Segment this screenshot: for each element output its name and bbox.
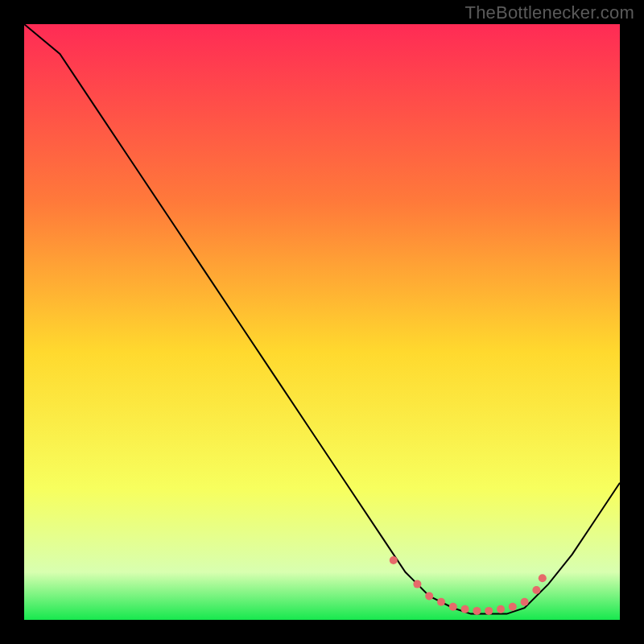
marker-dot: [539, 574, 547, 582]
marker-dot: [532, 586, 540, 594]
marker-dot: [473, 607, 481, 615]
chart-svg: [24, 24, 620, 620]
marker-dot: [390, 556, 398, 564]
marker-dot: [413, 580, 421, 588]
marker-dot: [521, 598, 529, 606]
marker-dot: [449, 603, 457, 611]
marker-dot: [509, 603, 517, 611]
chart-frame: TheBottlenecker.com: [0, 0, 644, 644]
gradient-background: [24, 24, 620, 620]
plot-area: [24, 24, 620, 620]
marker-dot: [485, 607, 493, 615]
marker-dot: [461, 605, 469, 613]
attribution-text: TheBottlenecker.com: [465, 2, 634, 23]
marker-dot: [425, 592, 433, 600]
marker-dot: [497, 605, 505, 613]
marker-dot: [437, 598, 445, 606]
